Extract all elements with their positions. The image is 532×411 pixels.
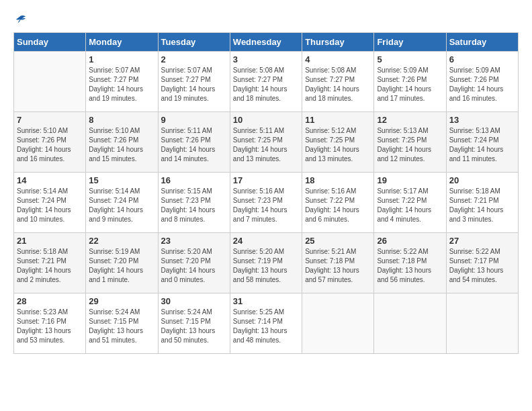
day-number: 2	[161, 54, 227, 64]
day-cell	[302, 293, 374, 354]
day-cell: 3Sunrise: 5:08 AM Sunset: 7:27 PM Daylig…	[230, 52, 302, 112]
day-info: Sunrise: 5:13 AM Sunset: 7:24 PM Dayligh…	[449, 126, 515, 164]
day-number: 5	[377, 54, 443, 64]
day-info: Sunrise: 5:23 AM Sunset: 7:16 PM Dayligh…	[17, 308, 83, 345]
logo	[13, 13, 27, 26]
day-info: Sunrise: 5:22 AM Sunset: 7:18 PM Dayligh…	[377, 247, 443, 285]
day-cell: 14Sunrise: 5:14 AM Sunset: 7:24 PM Dayli…	[14, 173, 86, 233]
day-number: 30	[161, 296, 227, 306]
day-number: 21	[17, 236, 83, 246]
day-number: 28	[17, 296, 83, 306]
calendar-table: SundayMondayTuesdayWednesdayThursdayFrid…	[13, 32, 519, 354]
day-info: Sunrise: 5:12 AM Sunset: 7:25 PM Dayligh…	[305, 126, 371, 164]
day-number: 19	[377, 175, 443, 185]
week-row-4: 21Sunrise: 5:18 AM Sunset: 7:21 PM Dayli…	[14, 233, 519, 293]
day-cell	[374, 293, 446, 354]
page-header	[13, 13, 519, 26]
day-info: Sunrise: 5:09 AM Sunset: 7:26 PM Dayligh…	[449, 66, 515, 103]
day-number: 11	[305, 115, 371, 125]
calendar-header: SundayMondayTuesdayWednesdayThursdayFrid…	[14, 33, 519, 52]
day-cell: 16Sunrise: 5:15 AM Sunset: 7:23 PM Dayli…	[158, 173, 230, 233]
day-info: Sunrise: 5:15 AM Sunset: 7:23 PM Dayligh…	[161, 187, 227, 224]
day-number: 23	[161, 236, 227, 246]
day-info: Sunrise: 5:10 AM Sunset: 7:26 PM Dayligh…	[17, 126, 83, 164]
day-cell: 6Sunrise: 5:09 AM Sunset: 7:26 PM Daylig…	[446, 52, 518, 112]
day-info: Sunrise: 5:07 AM Sunset: 7:27 PM Dayligh…	[161, 66, 227, 103]
day-info: Sunrise: 5:25 AM Sunset: 7:14 PM Dayligh…	[233, 308, 299, 345]
day-cell: 26Sunrise: 5:22 AM Sunset: 7:18 PM Dayli…	[374, 233, 446, 293]
day-cell: 17Sunrise: 5:16 AM Sunset: 7:23 PM Dayli…	[230, 173, 302, 233]
day-info: Sunrise: 5:09 AM Sunset: 7:26 PM Dayligh…	[377, 66, 443, 103]
day-cell: 9Sunrise: 5:11 AM Sunset: 7:26 PM Daylig…	[158, 112, 230, 173]
day-info: Sunrise: 5:13 AM Sunset: 7:25 PM Dayligh…	[377, 126, 443, 164]
day-info: Sunrise: 5:24 AM Sunset: 7:15 PM Dayligh…	[161, 308, 227, 345]
day-info: Sunrise: 5:14 AM Sunset: 7:24 PM Dayligh…	[17, 187, 83, 224]
day-info: Sunrise: 5:22 AM Sunset: 7:17 PM Dayligh…	[449, 247, 515, 285]
day-cell: 12Sunrise: 5:13 AM Sunset: 7:25 PM Dayli…	[374, 112, 446, 173]
day-number: 10	[233, 115, 299, 125]
day-info: Sunrise: 5:20 AM Sunset: 7:19 PM Dayligh…	[233, 247, 299, 285]
logo-bird-icon	[15, 13, 27, 26]
day-cell: 8Sunrise: 5:10 AM Sunset: 7:26 PM Daylig…	[86, 112, 158, 173]
day-info: Sunrise: 5:16 AM Sunset: 7:23 PM Dayligh…	[233, 187, 299, 224]
day-cell: 22Sunrise: 5:19 AM Sunset: 7:20 PM Dayli…	[86, 233, 158, 293]
day-info: Sunrise: 5:11 AM Sunset: 7:25 PM Dayligh…	[233, 126, 299, 164]
day-number: 26	[377, 236, 443, 246]
header-cell-friday: Friday	[374, 33, 446, 52]
day-info: Sunrise: 5:24 AM Sunset: 7:15 PM Dayligh…	[89, 308, 154, 345]
day-info: Sunrise: 5:11 AM Sunset: 7:26 PM Dayligh…	[161, 126, 227, 164]
day-info: Sunrise: 5:19 AM Sunset: 7:20 PM Dayligh…	[89, 247, 154, 285]
day-number: 3	[233, 54, 299, 64]
day-number: 29	[89, 296, 154, 306]
day-cell: 19Sunrise: 5:17 AM Sunset: 7:22 PM Dayli…	[374, 173, 446, 233]
header-row: SundayMondayTuesdayWednesdayThursdayFrid…	[14, 33, 519, 52]
day-number: 7	[17, 115, 83, 125]
week-row-3: 14Sunrise: 5:14 AM Sunset: 7:24 PM Dayli…	[14, 173, 519, 233]
day-cell: 23Sunrise: 5:20 AM Sunset: 7:20 PM Dayli…	[158, 233, 230, 293]
day-cell: 10Sunrise: 5:11 AM Sunset: 7:25 PM Dayli…	[230, 112, 302, 173]
day-cell: 31Sunrise: 5:25 AM Sunset: 7:14 PM Dayli…	[230, 293, 302, 354]
day-cell: 5Sunrise: 5:09 AM Sunset: 7:26 PM Daylig…	[374, 52, 446, 112]
week-row-2: 7Sunrise: 5:10 AM Sunset: 7:26 PM Daylig…	[14, 112, 519, 173]
day-info: Sunrise: 5:07 AM Sunset: 7:27 PM Dayligh…	[89, 66, 154, 103]
day-number: 4	[305, 54, 371, 64]
day-info: Sunrise: 5:08 AM Sunset: 7:27 PM Dayligh…	[233, 66, 299, 103]
day-number: 24	[233, 236, 299, 246]
day-info: Sunrise: 5:17 AM Sunset: 7:22 PM Dayligh…	[377, 187, 443, 224]
day-info: Sunrise: 5:16 AM Sunset: 7:22 PM Dayligh…	[305, 187, 371, 224]
day-cell: 2Sunrise: 5:07 AM Sunset: 7:27 PM Daylig…	[158, 52, 230, 112]
day-info: Sunrise: 5:08 AM Sunset: 7:27 PM Dayligh…	[305, 66, 371, 103]
day-number: 18	[305, 175, 371, 185]
day-cell	[14, 52, 86, 112]
day-info: Sunrise: 5:21 AM Sunset: 7:18 PM Dayligh…	[305, 247, 371, 285]
day-cell: 30Sunrise: 5:24 AM Sunset: 7:15 PM Dayli…	[158, 293, 230, 354]
day-cell: 18Sunrise: 5:16 AM Sunset: 7:22 PM Dayli…	[302, 173, 374, 233]
header-cell-tuesday: Tuesday	[158, 33, 230, 52]
day-number: 25	[305, 236, 371, 246]
day-cell: 27Sunrise: 5:22 AM Sunset: 7:17 PM Dayli…	[446, 233, 518, 293]
day-cell: 13Sunrise: 5:13 AM Sunset: 7:24 PM Dayli…	[446, 112, 518, 173]
day-cell: 7Sunrise: 5:10 AM Sunset: 7:26 PM Daylig…	[14, 112, 86, 173]
header-cell-saturday: Saturday	[446, 33, 518, 52]
day-cell: 1Sunrise: 5:07 AM Sunset: 7:27 PM Daylig…	[86, 52, 158, 112]
day-cell: 24Sunrise: 5:20 AM Sunset: 7:19 PM Dayli…	[230, 233, 302, 293]
day-number: 9	[161, 115, 227, 125]
day-number: 1	[89, 54, 154, 64]
day-info: Sunrise: 5:10 AM Sunset: 7:26 PM Dayligh…	[89, 126, 154, 164]
day-info: Sunrise: 5:20 AM Sunset: 7:20 PM Dayligh…	[161, 247, 227, 285]
calendar-body: 1Sunrise: 5:07 AM Sunset: 7:27 PM Daylig…	[14, 52, 519, 354]
day-cell: 29Sunrise: 5:24 AM Sunset: 7:15 PM Dayli…	[86, 293, 158, 354]
day-number: 16	[161, 175, 227, 185]
week-row-1: 1Sunrise: 5:07 AM Sunset: 7:27 PM Daylig…	[14, 52, 519, 112]
day-cell: 11Sunrise: 5:12 AM Sunset: 7:25 PM Dayli…	[302, 112, 374, 173]
day-info: Sunrise: 5:18 AM Sunset: 7:21 PM Dayligh…	[17, 247, 83, 285]
day-number: 20	[449, 175, 515, 185]
day-cell: 4Sunrise: 5:08 AM Sunset: 7:27 PM Daylig…	[302, 52, 374, 112]
day-number: 22	[89, 236, 154, 246]
day-number: 8	[89, 115, 154, 125]
header-cell-sunday: Sunday	[14, 33, 86, 52]
week-row-5: 28Sunrise: 5:23 AM Sunset: 7:16 PM Dayli…	[14, 293, 519, 354]
day-number: 17	[233, 175, 299, 185]
day-number: 27	[449, 236, 515, 246]
day-info: Sunrise: 5:14 AM Sunset: 7:24 PM Dayligh…	[89, 187, 154, 224]
